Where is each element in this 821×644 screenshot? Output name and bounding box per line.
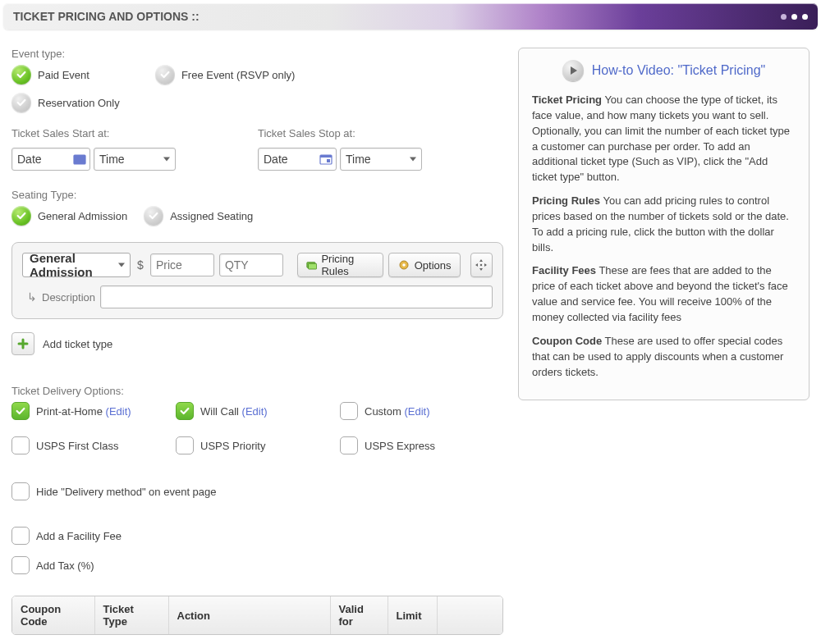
howto-video-link[interactable]: How-to Video: "Ticket Pricing" xyxy=(592,63,765,78)
sales-start-label: Ticket Sales Start at: xyxy=(11,127,176,139)
add-ticket-type-label: Add ticket type xyxy=(43,338,112,350)
th-limit: Limit xyxy=(388,596,437,634)
radio-selected-icon xyxy=(11,65,31,84)
svg-point-10 xyxy=(480,264,482,266)
calendar-icon xyxy=(319,153,333,166)
svg-rect-7 xyxy=(308,263,316,269)
ticket-qty-input[interactable] xyxy=(219,253,283,276)
radio-unselected-icon xyxy=(155,65,175,84)
ticket-type-box: General Admission $ Pricing Rules Option… xyxy=(11,242,503,319)
radio-selected-icon xyxy=(11,206,31,226)
help-ticket-pricing: Ticket Pricing You can choose the type o… xyxy=(532,93,796,185)
svg-point-9 xyxy=(402,263,406,267)
coupon-code-table: Coupon Code Ticket Type Action Valid for… xyxy=(11,596,503,635)
sales-stop-label: Ticket Sales Stop at: xyxy=(258,127,422,139)
delivery-print-at-home[interactable]: Print-at-Home (Edit) xyxy=(11,402,176,420)
radio-unselected-icon xyxy=(144,206,163,226)
th-action: Action xyxy=(168,596,330,634)
calendar-icon xyxy=(73,153,86,166)
checkbox-checked-icon xyxy=(11,402,30,420)
th-coupon-code: Coupon Code xyxy=(12,596,94,634)
delivery-custom[interactable]: Custom (Edit) xyxy=(340,402,504,420)
radio-unselected-icon xyxy=(11,93,31,112)
play-icon[interactable] xyxy=(562,60,584,81)
checkbox-checked-icon xyxy=(176,402,194,420)
svg-rect-5 xyxy=(327,159,330,162)
help-coupon-code: Coupon Code These are used to offer spec… xyxy=(532,334,796,381)
move-button[interactable] xyxy=(470,253,493,277)
hide-delivery-method[interactable]: Hide "Delivery method" on event page xyxy=(11,482,503,500)
sales-start-time[interactable]: Time xyxy=(94,148,176,171)
sales-stop-date[interactable]: Date xyxy=(258,148,337,171)
options-button[interactable]: Options xyxy=(388,253,461,277)
svg-rect-1 xyxy=(74,155,85,158)
edit-link[interactable]: (Edit) xyxy=(242,405,268,418)
checkbox-icon xyxy=(11,556,30,574)
th-valid-for: Valid for xyxy=(330,596,388,634)
seating-type-label: Seating Type: xyxy=(11,189,503,201)
svg-rect-4 xyxy=(320,155,332,158)
sales-stop-time[interactable]: Time xyxy=(340,148,422,171)
help-pricing-rules: Pricing Rules You can add pricing rules … xyxy=(532,194,796,255)
sub-arrow-icon: ↳ xyxy=(22,290,37,304)
radio-assigned-seating[interactable]: Assigned Seating xyxy=(144,206,253,226)
checkbox-icon xyxy=(11,527,30,545)
delivery-usps-first[interactable]: USPS First Class xyxy=(11,436,176,454)
delivery-will-call[interactable]: Will Call (Edit) xyxy=(176,402,340,420)
radio-general-admission[interactable]: General Admission xyxy=(11,206,127,226)
ticket-type-select[interactable]: General Admission xyxy=(22,253,131,277)
checkbox-icon xyxy=(340,402,358,420)
ticket-price-input[interactable] xyxy=(150,253,214,276)
checkbox-icon xyxy=(176,436,194,454)
delivery-usps-priority[interactable]: USPS Priority xyxy=(176,436,340,454)
checkbox-icon xyxy=(340,436,358,454)
currency-symbol: $ xyxy=(135,258,145,272)
delivery-usps-express[interactable]: USPS Express xyxy=(340,436,504,454)
add-facility-fee[interactable]: Add a Facility Fee xyxy=(11,527,503,545)
help-facility-fees: Facility Fees These are fees that are ad… xyxy=(532,263,796,325)
sales-start-date[interactable]: Date xyxy=(11,148,90,171)
plus-icon xyxy=(16,337,30,350)
move-icon xyxy=(475,258,488,272)
checkbox-icon xyxy=(11,482,30,500)
th-empty xyxy=(437,596,502,634)
add-tax[interactable]: Add Tax (%) xyxy=(11,556,503,574)
header-dots xyxy=(781,14,808,20)
help-panel: How-to Video: "Ticket Pricing" Ticket Pr… xyxy=(518,48,810,400)
event-type-label: Event type: xyxy=(11,48,503,60)
panel-title: TICKET PRICING AND OPTIONS :: xyxy=(13,10,200,23)
gear-icon xyxy=(397,258,410,272)
pricing-rules-button[interactable]: Pricing Rules xyxy=(297,253,383,277)
edit-link[interactable]: (Edit) xyxy=(404,405,429,418)
panel-header: TICKET PRICING AND OPTIONS :: xyxy=(3,3,818,30)
checkbox-icon xyxy=(11,436,30,454)
radio-paid-event[interactable]: Paid Event xyxy=(11,65,89,84)
delivery-options-label: Ticket Delivery Options: xyxy=(11,385,503,397)
description-label: Description xyxy=(42,291,95,304)
th-ticket-type: Ticket Type xyxy=(94,596,168,634)
add-ticket-type-button[interactable] xyxy=(11,332,34,355)
pricing-rules-icon xyxy=(306,258,317,272)
radio-reservation-only[interactable]: Reservation Only xyxy=(11,93,120,112)
radio-free-event[interactable]: Free Event (RSVP only) xyxy=(155,65,295,84)
edit-link[interactable]: (Edit) xyxy=(106,405,131,418)
ticket-description-input[interactable] xyxy=(100,285,493,308)
svg-rect-2 xyxy=(80,159,84,162)
